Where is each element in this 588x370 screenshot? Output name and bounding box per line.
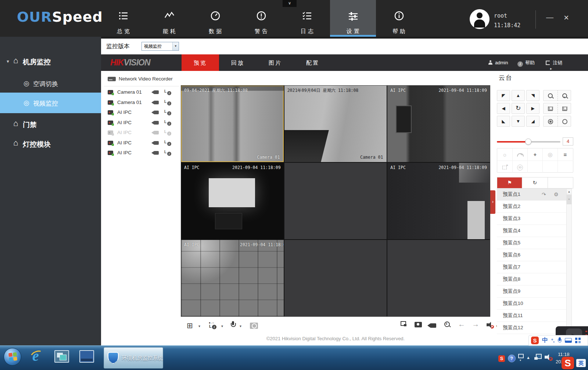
zoom-out-button[interactable]: − bbox=[544, 90, 557, 101]
layout-grid-button[interactable]: ⊞ bbox=[187, 321, 193, 330]
manual-track-button[interactable] bbox=[497, 161, 512, 173]
nav-help[interactable]: 帮助 bbox=[376, 0, 422, 37]
tab-playback[interactable]: 回放 bbox=[219, 54, 257, 71]
slider-thumb[interactable] bbox=[525, 139, 531, 145]
sidebar-item-door-access[interactable]: ⌂ 门禁 bbox=[0, 116, 101, 133]
light-button[interactable]: ☼ bbox=[497, 148, 512, 161]
video-cell-3[interactable]: AI IPC 2021-09-04 11:18:09 bbox=[387, 86, 490, 162]
ptz-down-button[interactable]: ▼ bbox=[512, 116, 525, 127]
snapshot-button[interactable] bbox=[415, 322, 422, 329]
nav-energy[interactable]: 能耗 bbox=[146, 0, 192, 37]
ptz-up-right-button[interactable]: ◥ bbox=[526, 90, 539, 101]
camera-tree-row-offline[interactable]: AI IPC L2 bbox=[105, 128, 181, 138]
video-cell-6[interactable]: AI IPC 2021-09-04 11:18:09 bbox=[387, 163, 490, 239]
ptz-left-button[interactable]: ◀ bbox=[497, 103, 510, 114]
tray-clock-time[interactable]: 11:18 bbox=[558, 352, 570, 357]
stop-all-button[interactable] bbox=[401, 321, 406, 328]
start-button[interactable] bbox=[4, 348, 21, 366]
sidebar-item-video-monitor[interactable]: ◎ 视频监控 bbox=[0, 93, 101, 113]
tab-config[interactable]: 配置 bbox=[294, 54, 331, 71]
sidebar-item-ac-switch[interactable]: ◎ 空调切换 bbox=[0, 75, 101, 92]
preset-row[interactable]: 预置点7 bbox=[497, 261, 566, 273]
next-page-button[interactable]: → bbox=[472, 320, 479, 328]
taskbar-active-task[interactable]: 环境机房监控系统 bbox=[104, 347, 163, 369]
stream-type-icon[interactable]: L2 bbox=[164, 99, 172, 105]
video-cell-2[interactable]: 2021年09月04日 星期六 11:18:08 Camera 01 bbox=[284, 86, 387, 162]
voice-input-icon[interactable] bbox=[558, 337, 562, 344]
focus-near-button[interactable] bbox=[544, 103, 557, 114]
camera-tree-row[interactable]: AI IPC L2 bbox=[105, 148, 181, 158]
camera-tree-row[interactable]: AI IPC L2 bbox=[105, 118, 181, 128]
zoom-3d-button[interactable]: 3D bbox=[512, 161, 527, 173]
preset-row[interactable]: 预置点10 bbox=[497, 298, 566, 310]
audio-button[interactable] bbox=[487, 322, 494, 329]
nav-data[interactable]: 数据 bbox=[192, 0, 238, 37]
tray-show-hidden-icon[interactable]: ▲ bbox=[526, 355, 530, 360]
preset-row[interactable]: 预置点4 bbox=[497, 225, 566, 237]
layout-dropdown-icon[interactable]: ▾ bbox=[198, 324, 200, 328]
video-cell-4[interactable]: AI IPC 2021-09-04 11:18:09 bbox=[181, 163, 284, 239]
hik-admin[interactable]: admin bbox=[488, 54, 508, 71]
camera-tree-row[interactable]: AI IPC L2 bbox=[105, 138, 181, 148]
video-cell-5[interactable] bbox=[284, 163, 387, 239]
preset-scrollbar[interactable]: ▲ ≡ ▼ bbox=[566, 188, 572, 334]
digital-zoom-button[interactable]: + bbox=[444, 321, 451, 329]
tray-sogou-icon[interactable]: S bbox=[498, 355, 505, 362]
iris-open-button[interactable] bbox=[557, 116, 571, 126]
stream-type-button[interactable]: ●-○L2 bbox=[209, 322, 218, 331]
camera-tree-row[interactable]: Camera 01 L2 bbox=[105, 87, 181, 98]
preset-set-gear-icon[interactable]: ⚙ bbox=[554, 188, 559, 200]
stream-type-icon[interactable]: L2 bbox=[164, 119, 172, 126]
camcorder-icon[interactable] bbox=[154, 141, 159, 145]
camcorder-icon[interactable] bbox=[154, 121, 159, 125]
tab-patrol[interactable]: ↻ bbox=[522, 177, 548, 188]
preset-row[interactable]: 预置点3 bbox=[497, 213, 566, 225]
ptz-up-left-button[interactable]: ◤ bbox=[497, 90, 510, 101]
stream-type-icon[interactable]: L2 bbox=[164, 139, 172, 146]
tab-presets[interactable]: ⚑ bbox=[497, 177, 522, 188]
scroll-up-icon[interactable]: ▲ bbox=[567, 189, 571, 194]
ptz-down-left-button[interactable]: ◣ bbox=[497, 116, 510, 127]
tray-window-icon[interactable] bbox=[518, 354, 524, 358]
sidebar-group-room-monitor[interactable]: ▼ ⌂ 机房监控 bbox=[0, 54, 101, 70]
video-cell-9[interactable] bbox=[387, 240, 490, 316]
preset-call-icon[interactable]: ↷ bbox=[542, 188, 546, 200]
wiper-button[interactable] bbox=[512, 148, 527, 161]
camera-tree-row[interactable]: AI IPC L2 bbox=[105, 108, 181, 118]
microphone-button[interactable] bbox=[231, 321, 235, 331]
lens-init-button[interactable]: ◎ bbox=[542, 148, 557, 161]
auxiliary-focus-button[interactable]: ⌖ bbox=[527, 148, 542, 161]
tab-preview[interactable]: 预览 bbox=[182, 54, 219, 71]
ptz-auto-scan-button[interactable]: ↻ bbox=[512, 103, 525, 114]
zoom-in-button[interactable]: + bbox=[557, 90, 571, 101]
ptz-right-button[interactable]: ▶ bbox=[526, 103, 539, 114]
minimize-button[interactable]: — bbox=[546, 13, 553, 22]
record-button[interactable] bbox=[430, 323, 436, 329]
panel-collapse-handle[interactable]: › bbox=[490, 190, 495, 214]
iris-close-button[interactable] bbox=[544, 116, 557, 126]
hik-logout-button[interactable]: 注销 bbox=[546, 54, 562, 71]
stream-type-icon[interactable]: L2 bbox=[164, 89, 172, 95]
tab-pattern[interactable] bbox=[548, 177, 573, 188]
ptz-up-button[interactable]: ▲ bbox=[512, 90, 525, 101]
preset-row[interactable]: 预置点2 bbox=[497, 201, 566, 213]
focus-far-button[interactable] bbox=[557, 103, 571, 114]
language-indicator[interactable]: 英 bbox=[576, 359, 586, 367]
camcorder-icon[interactable] bbox=[154, 101, 159, 104]
video-cell-7[interactable]: AI IPC 2021-09-04 11:18:09 bbox=[181, 240, 284, 316]
prev-page-button[interactable]: ← bbox=[458, 320, 465, 328]
taskbar-remote-desktop-icon[interactable] bbox=[79, 350, 94, 363]
punctuation-icon[interactable]: °, bbox=[551, 338, 555, 343]
sogou-status-icon[interactable]: S bbox=[562, 357, 574, 369]
close-button[interactable]: × bbox=[564, 12, 569, 23]
tray-volume-muted-icon[interactable] bbox=[545, 354, 553, 360]
tab-pictures[interactable]: 图片 bbox=[257, 54, 294, 71]
video-cell-8[interactable] bbox=[284, 240, 387, 316]
ptz-down-right-button[interactable]: ◢ bbox=[526, 116, 539, 127]
mic-dropdown-icon[interactable]: ▾ bbox=[240, 324, 241, 328]
menu-button[interactable]: ≡ bbox=[557, 148, 573, 161]
camcorder-icon[interactable] bbox=[154, 151, 159, 155]
tray-network-icon[interactable] bbox=[534, 354, 542, 360]
camcorder-icon[interactable] bbox=[154, 111, 159, 114]
preset-row[interactable]: 预置点1↷⚙ bbox=[497, 188, 566, 201]
